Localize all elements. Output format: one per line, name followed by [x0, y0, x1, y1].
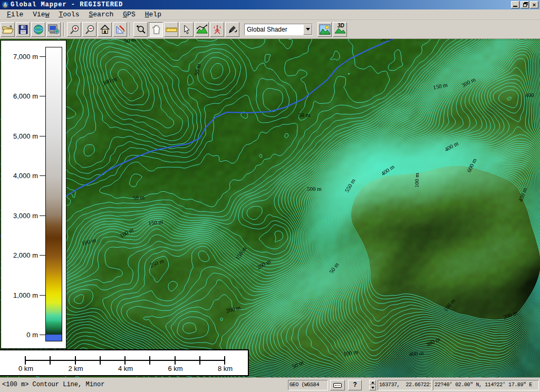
tick-mark — [40, 136, 45, 136]
open-file-button[interactable] — [1, 22, 15, 37]
toolbar: Global Shader 3D — [0, 20, 540, 39]
legend-tick-label: 4,000 m — [13, 172, 38, 180]
legend-tick-label: 1,000 m — [13, 291, 38, 299]
elevation-legend-labels: 7,000 m 6,000 m 5,000 m 4,000 m 3,000 m … — [1, 52, 45, 339]
restore-button[interactable] — [520, 1, 529, 8]
scale-bar-labels: 0 km 2 km 4 km 6 km 8 km — [14, 365, 237, 373]
status-pixel-coords: 163737, 22.66722137 ) — [378, 380, 431, 390]
keyboard-button[interactable] — [330, 380, 345, 390]
coordinate-spinner[interactable] — [369, 380, 376, 390]
title-bar: Global Mapper - REGISTERED × — [0, 0, 540, 9]
chevron-down-icon — [371, 387, 374, 389]
menu-tools[interactable]: Tools — [54, 10, 84, 19]
status-feature-text: <100 m> Contour Line, Minor — [2, 381, 104, 388]
landscape-sun-icon — [319, 24, 331, 35]
measure-ruler-icon — [166, 25, 177, 34]
tick-mark — [199, 356, 200, 365]
save-button[interactable] — [16, 22, 30, 37]
home-icon — [100, 24, 110, 35]
minimize-button[interactable] — [511, 1, 519, 8]
elevation-legend: 7,000 m 6,000 m 5,000 m 4,000 m 3,000 m … — [1, 40, 66, 349]
tick-mark — [175, 356, 176, 365]
map-client-area: 7,000 m 6,000 m 5,000 m 4,000 m 3,000 m … — [0, 39, 540, 377]
legend-tick-label: 6,000 m — [13, 92, 38, 100]
menu-search[interactable]: Search — [84, 10, 118, 19]
scale-bar: 0 km 2 km 4 km 6 km 8 km — [0, 349, 249, 376]
measure-tool-button[interactable] — [164, 22, 178, 37]
menu-gps[interactable]: GPS — [118, 10, 140, 19]
scale-label: 2 km — [64, 365, 88, 373]
menu-help[interactable]: Help — [140, 10, 166, 19]
tick-mark — [40, 96, 45, 96]
shader-options-button[interactable] — [317, 22, 332, 37]
full-view-button[interactable] — [98, 22, 112, 37]
tick-mark — [50, 356, 51, 365]
zoom-in-button[interactable] — [67, 22, 81, 37]
view-3d-button[interactable]: 3D — [333, 22, 347, 37]
spinner-down-button[interactable] — [369, 385, 376, 390]
menu-bar: File View Tools Search GPS Help — [0, 9, 540, 20]
tick-mark — [224, 356, 225, 365]
chevron-down-icon — [306, 28, 310, 31]
legend-tick-label: 3,000 m — [13, 212, 38, 220]
status-bar: <100 m> Contour Line, Minor GEO (WGS84 ?… — [0, 377, 540, 392]
legend-tick-label: 7,000 m — [13, 53, 38, 61]
export-globe-button[interactable] — [31, 22, 45, 37]
map-view[interactable] — [0, 39, 540, 377]
shader-select-value: Global Shader — [245, 24, 303, 35]
app-icon[interactable] — [2, 1, 9, 8]
set-scale-button[interactable] — [113, 22, 127, 37]
shader-select[interactable]: Global Shader — [244, 24, 313, 35]
scale-label: 8 km — [213, 365, 237, 373]
tick-mark — [40, 56, 45, 57]
view-shed-button[interactable] — [210, 22, 224, 37]
pan-tool-button[interactable] — [149, 22, 163, 37]
tick-mark — [75, 356, 76, 365]
floppy-icon — [18, 25, 28, 34]
globe-icon — [33, 24, 44, 35]
tick-mark — [40, 255, 45, 256]
scale-label: 6 km — [163, 365, 188, 373]
pick-tool-button[interactable] — [179, 22, 194, 37]
elevation-gradient-bar — [45, 47, 62, 341]
digitizer-tool-button[interactable] — [225, 22, 239, 37]
keyboard-icon — [333, 383, 342, 388]
tick-mark — [124, 356, 126, 365]
tick-mark — [40, 175, 45, 176]
scale-label: 0 km — [14, 365, 38, 373]
pen-icon — [227, 24, 238, 35]
monitor-globe-icon — [48, 24, 60, 35]
zoom-out-button[interactable] — [82, 22, 97, 37]
menu-view[interactable]: View — [28, 10, 54, 19]
toolbar-separator — [63, 23, 64, 36]
shader-select-dropdown-button[interactable] — [303, 24, 312, 35]
zoom-out-icon — [84, 24, 95, 35]
path-profile-icon — [196, 24, 208, 35]
path-profile-button[interactable] — [195, 22, 209, 37]
toolbar-separator — [130, 23, 131, 36]
tick-mark — [149, 356, 150, 365]
close-button[interactable]: × — [530, 1, 538, 8]
zoom-in-icon — [69, 24, 80, 35]
help-button[interactable]: ? — [348, 380, 362, 390]
question-mark-icon: ? — [353, 381, 356, 389]
menu-file[interactable]: File — [2, 10, 28, 19]
status-latlon: 22?40' 02.00" N, 114?22' 17.89" E — [433, 380, 539, 390]
chevron-up-icon — [371, 381, 374, 384]
status-projection: GEO (WGS84 — [288, 380, 328, 390]
minimize-icon — [513, 6, 517, 7]
ruler-pencil-icon — [115, 24, 126, 35]
overlay-control-center-button[interactable] — [46, 22, 61, 37]
zoom-tool-icon — [136, 24, 146, 35]
antenna-icon — [212, 24, 223, 35]
tick-mark — [25, 356, 26, 365]
open-folder-icon — [2, 25, 14, 34]
view-3d-label: 3D — [338, 23, 344, 28]
scale-bar-line — [25, 360, 225, 365]
legend-tick-label: 2,000 m — [13, 251, 38, 259]
tick-mark — [40, 335, 45, 335]
tick-mark — [100, 356, 101, 365]
legend-tick-label: 0 m — [26, 331, 38, 339]
zoom-tool-button[interactable] — [133, 22, 148, 37]
spinner-up-button[interactable] — [369, 380, 376, 385]
